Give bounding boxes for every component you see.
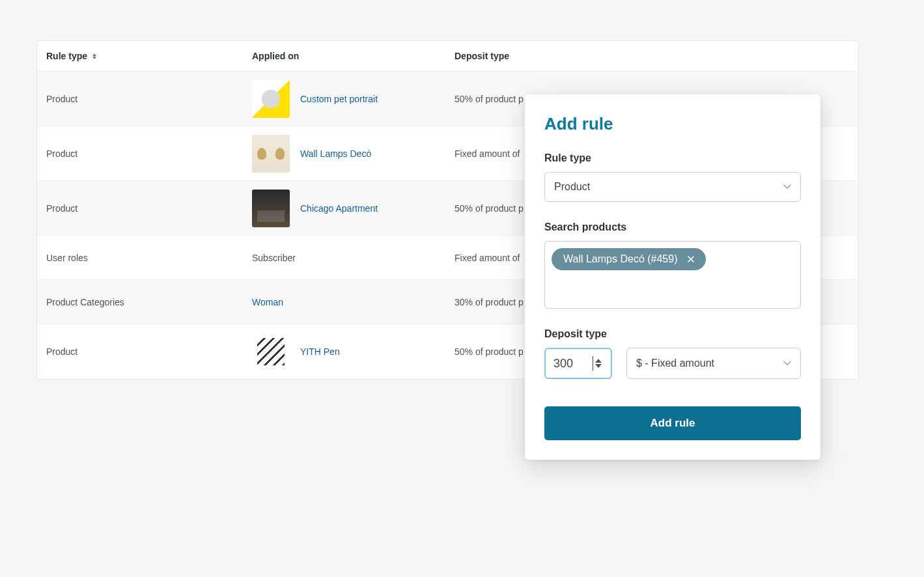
chevron-down-icon [783,184,791,190]
deposit-unit-select[interactable]: $ - Fixed amount [626,348,801,379]
deposit-amount-input[interactable]: 300 [544,348,612,379]
deposit-amount-value: 300 [553,357,593,371]
deposit-type-cell: 30% of product p [455,297,524,307]
rule-type-label: Rule type [544,152,801,164]
spinner-up-icon[interactable] [595,359,602,363]
text-caret [593,356,593,371]
tag-text: Wall Lamps Decó (#459) [563,253,677,265]
product-thumbnail [252,190,290,227]
add-rule-button[interactable]: Add rule [544,406,801,440]
deposit-type-cell: 50% of product p [455,203,524,214]
deposit-type-cell: Fixed amount of [455,148,520,159]
product-thumbnail [252,135,290,173]
sort-icon[interactable] [90,51,99,61]
product-thumbnail [252,333,290,371]
selected-product-tag: Wall Lamps Decó (#459) [552,248,706,270]
applied-on-cell[interactable]: Chicago Apartment [300,203,378,214]
col-header-rule-type[interactable]: Rule type [46,51,87,61]
rule-type-cell: Product [46,94,77,104]
product-thumbnail [252,80,290,118]
rule-type-value: Product [554,181,590,193]
deposit-type-cell: 50% of product p [455,94,524,104]
add-rule-panel: Add rule Rule type Product Search produc… [525,94,820,460]
applied-on-cell[interactable]: Woman [252,297,283,307]
rule-type-cell: Product [46,148,77,159]
deposit-type-label: Deposit type [544,328,801,340]
deposit-type-cell: Fixed amount of [455,253,520,263]
search-products-input[interactable]: Wall Lamps Decó (#459) [544,241,801,309]
rule-type-cell: Product Categories [46,297,124,307]
search-products-label: Search products [544,221,801,233]
applied-on-cell[interactable]: Wall Lamps Decó [300,148,371,159]
col-header-deposit-type: Deposit type [455,51,509,61]
deposit-type-cell: 50% of product p [455,346,524,357]
rule-type-cell: User roles [46,253,88,263]
deposit-unit-value: $ - Fixed amount [636,358,714,369]
rule-type-cell: Product [46,346,77,357]
modal-title: Add rule [544,114,801,134]
chevron-down-icon [783,361,791,366]
tag-remove-icon[interactable] [685,253,697,265]
table-header-row: Rule type Applied on Deposit type [37,41,858,72]
spinner-down-icon[interactable] [595,364,602,368]
applied-on-cell: Subscriber [252,253,296,263]
number-spinner[interactable] [595,353,607,374]
col-header-applied-on: Applied on [252,51,299,61]
applied-on-cell[interactable]: YITH Pen [300,346,340,357]
rule-type-cell: Product [46,203,77,214]
rule-type-select[interactable]: Product [544,172,801,202]
applied-on-cell[interactable]: Custom pet portrait [300,94,378,104]
